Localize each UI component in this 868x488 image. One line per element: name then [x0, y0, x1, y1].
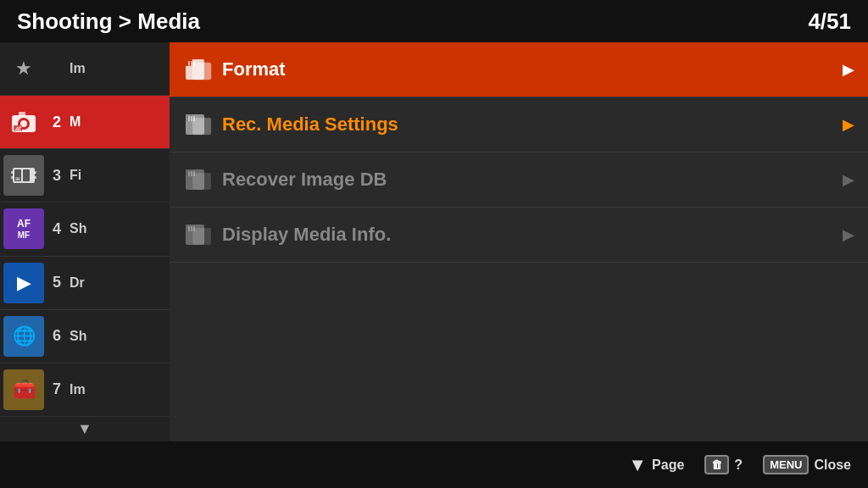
sidebar-label-5: Dr [70, 275, 85, 291]
menu-item-recover-db[interactable]: Recover Image DB ▶ [170, 152, 868, 208]
svg-point-6 [19, 126, 22, 129]
sidebar-num-5: 5 [47, 274, 66, 291]
rec-media-arrow: ▶ [843, 115, 854, 134]
menu-item-display-media[interactable]: Display Media Info. ▶ [170, 208, 868, 263]
footer-page[interactable]: ▼ Page [628, 454, 684, 476]
af-icon: AF MF [3, 208, 44, 249]
footer-question-label: ? [734, 458, 743, 473]
header: Shooting > Media 4/51 [0, 0, 868, 42]
menu-content: Format ▶ Rec. Media Settings ▶ [170, 42, 868, 441]
footer: ▼ Page 🗑 ? MENU Close [0, 441, 868, 488]
play-icon: ▶ [3, 263, 44, 303]
page-triangle-icon: ▼ [628, 454, 647, 476]
camera-icon [3, 102, 44, 142]
svg-rect-21 [192, 63, 211, 80]
svg-rect-36 [188, 226, 190, 231]
sidebar-label-4: Sh [70, 221, 86, 236]
sidebar-item-play[interactable]: ▶ 5 Dr [0, 257, 170, 310]
svg-rect-25 [191, 116, 192, 121]
menu-item-rec-media[interactable]: Rec. Media Settings ▶ [170, 97, 868, 152]
sidebar-num-4: 4 [47, 220, 66, 238]
menu-label-display-media: Display Media Info. [222, 224, 843, 246]
star-icon: ★ [3, 48, 44, 89]
format-arrow: ▶ [843, 60, 854, 79]
svg-rect-39 [192, 228, 211, 245]
footer-page-label: Page [652, 458, 684, 473]
menu-label-recover-db: Recover Image DB [222, 169, 843, 191]
sidebar-label-1: Im [70, 61, 86, 76]
recover-db-sd-icon [183, 167, 214, 192]
menu-label-format: Format [222, 58, 843, 80]
menu-icon-box: MENU [763, 455, 809, 474]
svg-rect-11 [11, 176, 14, 179]
menu-item-format[interactable]: Format ▶ [170, 42, 868, 97]
rec-media-sd-icon [183, 112, 214, 137]
display-media-arrow: ▶ [843, 225, 854, 244]
sidebar-item-af[interactable]: AF MF 4 Sh [0, 202, 170, 256]
sidebar-num-2: 2 [47, 114, 66, 131]
format-sd-icon [183, 57, 214, 82]
sidebar-num-3: 3 [47, 167, 66, 185]
svg-rect-24 [188, 116, 190, 121]
header-title: Shooting > Media [17, 8, 200, 35]
sidebar-item-camera[interactable]: 2 M [0, 96, 170, 149]
globe-icon: 🌐 [3, 316, 44, 357]
svg-rect-12 [34, 171, 36, 174]
svg-rect-30 [188, 171, 190, 176]
recover-db-arrow: ▶ [843, 170, 854, 189]
film-icon [3, 155, 44, 196]
svg-rect-18 [188, 61, 190, 66]
sidebar-label-3: Fi [70, 168, 81, 183]
sidebar-label-7: Im [70, 382, 86, 397]
sidebar-item-star[interactable]: ★ Im [0, 42, 170, 96]
main-layout: ★ Im 2 M [0, 42, 868, 441]
svg-rect-19 [191, 61, 192, 66]
sidebar-num-7: 7 [47, 380, 66, 398]
sidebar-item-tools[interactable]: 🧰 7 Im [0, 363, 170, 417]
sidebar-label-6: Sh [70, 329, 86, 344]
svg-rect-10 [11, 171, 14, 174]
sidebar: ★ Im 2 M [0, 42, 170, 441]
display-media-sd-icon [183, 222, 214, 247]
footer-trash[interactable]: 🗑 ? [704, 455, 743, 474]
svg-rect-33 [192, 173, 211, 190]
footer-close[interactable]: MENU Close [763, 455, 851, 474]
svg-rect-37 [191, 226, 192, 231]
sidebar-item-globe[interactable]: 🌐 6 Sh [0, 310, 170, 363]
sidebar-label-2: M [70, 114, 81, 130]
sidebar-scroll-down[interactable]: ▼ [0, 417, 170, 441]
menu-label-rec-media: Rec. Media Settings [222, 114, 843, 136]
sidebar-item-film[interactable]: 3 Fi [0, 149, 170, 202]
svg-rect-9 [23, 169, 30, 181]
trash-icon-box: 🗑 [704, 455, 729, 474]
svg-rect-3 [19, 112, 25, 116]
header-page: 4/51 [808, 8, 851, 35]
sidebar-num-6: 6 [47, 327, 66, 345]
footer-close-label: Close [814, 458, 851, 473]
svg-rect-13 [34, 176, 36, 179]
svg-rect-27 [192, 118, 211, 135]
tools-icon: 🧰 [3, 369, 44, 410]
svg-rect-31 [191, 171, 192, 176]
